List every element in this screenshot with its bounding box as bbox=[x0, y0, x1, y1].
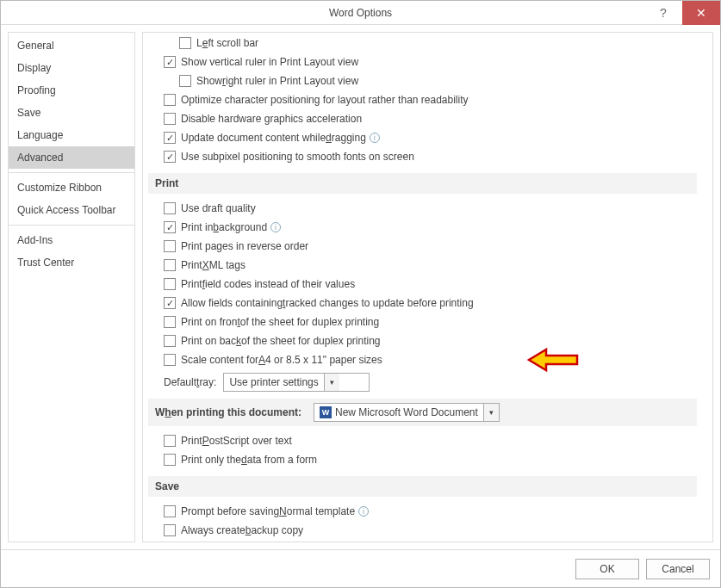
opt-label: Show right ruler in Print Layout view bbox=[196, 75, 358, 87]
checkbox[interactable] bbox=[164, 113, 176, 125]
checkbox[interactable] bbox=[164, 435, 176, 447]
default-tray-row: Default tray: Use printer settings ▾ bbox=[148, 373, 697, 392]
opt-label: Use draft quality bbox=[181, 202, 256, 214]
opt-label: Prompt before saving Normal template bbox=[181, 505, 355, 517]
default-tray-label: Default tray: bbox=[164, 376, 216, 388]
dialog-title: Word Options bbox=[329, 7, 392, 19]
checkbox[interactable] bbox=[164, 94, 176, 106]
checkbox[interactable]: ✓ bbox=[164, 56, 176, 68]
opt-label: Print on front of the sheet for duplex p… bbox=[181, 316, 379, 328]
section-when-printing: When printing this document: W New Micro… bbox=[148, 399, 697, 426]
svg-marker-0 bbox=[529, 350, 577, 370]
sidebar-item-save[interactable]: Save bbox=[9, 102, 134, 124]
dialog-footer: OK Cancel bbox=[1, 549, 720, 587]
opt-vertical-ruler[interactable]: ✓ Show vertical ruler in Print Layout vi… bbox=[148, 53, 697, 71]
opt-label: Print PostScript over text bbox=[181, 435, 292, 447]
checkbox[interactable] bbox=[164, 202, 176, 214]
sidebar-item-add-ins[interactable]: Add-Ins bbox=[9, 229, 134, 251]
opt-label: Print on back of the sheet for duplex pr… bbox=[181, 335, 380, 347]
opt-update-drag[interactable]: ✓ Update document content while dragging… bbox=[148, 128, 697, 147]
sidebar-separator bbox=[9, 172, 134, 173]
opt-print-form-data[interactable]: Print only the data from a form bbox=[148, 450, 697, 469]
opt-copy-remote[interactable]: Copy remotely stored files onto your com… bbox=[148, 540, 697, 542]
checkbox[interactable]: ✓ bbox=[164, 297, 176, 309]
opt-label: Always create backup copy bbox=[181, 524, 303, 536]
opt-label: Print only the data from a form bbox=[181, 454, 317, 466]
opt-label: Disable hardware graphics acceleration bbox=[181, 113, 362, 125]
opt-optimize-char[interactable]: Optimize character positioning for layou… bbox=[148, 90, 697, 109]
sidebar-item-general[interactable]: General bbox=[9, 34, 134, 57]
opt-label: Left scroll bar bbox=[196, 37, 258, 49]
checkbox[interactable] bbox=[164, 354, 176, 366]
info-icon[interactable]: i bbox=[358, 506, 369, 517]
checkbox[interactable] bbox=[164, 259, 176, 271]
opt-field-codes[interactable]: Print field codes instead of their value… bbox=[148, 275, 697, 294]
checkbox[interactable]: ✓ bbox=[164, 221, 176, 233]
opt-print-front[interactable]: Print on front of the sheet for duplex p… bbox=[148, 313, 697, 331]
close-button[interactable]: ✕ bbox=[682, 1, 720, 25]
checkbox[interactable] bbox=[164, 454, 176, 466]
sidebar-item-trust-center[interactable]: Trust Center bbox=[9, 251, 134, 274]
checkbox[interactable] bbox=[164, 505, 176, 517]
ok-button[interactable]: OK bbox=[575, 559, 639, 579]
opt-label: Print XML tags bbox=[181, 259, 246, 271]
document-dropdown-value: New Microsoft Word Document bbox=[335, 406, 478, 418]
word-icon: W bbox=[320, 406, 332, 418]
sidebar-item-display[interactable]: Display bbox=[9, 57, 134, 79]
opt-left-scroll-bar[interactable]: Left scroll bar bbox=[148, 34, 697, 53]
opt-prompt-normal[interactable]: Prompt before saving Normal template i bbox=[148, 502, 697, 521]
opt-tracked-fields[interactable]: ✓ Allow fields containing tracked change… bbox=[148, 294, 697, 313]
opt-disable-hw[interactable]: Disable hardware graphics acceleration bbox=[148, 109, 697, 128]
info-icon[interactable]: i bbox=[270, 222, 281, 232]
default-tray-dropdown[interactable]: Use printer settings ▾ bbox=[223, 373, 370, 392]
opt-label: Optimize character positioning for layou… bbox=[181, 94, 469, 106]
opt-label: Print pages in reverse order bbox=[181, 240, 308, 252]
help-button[interactable]: ? bbox=[644, 1, 682, 25]
opt-label: Print in background bbox=[181, 221, 267, 233]
opt-scale-a4[interactable]: Scale content for A4 or 8.5 x 11" paper … bbox=[148, 350, 697, 369]
when-printing-label: When printing this document: bbox=[155, 406, 301, 418]
chevron-down-icon: ▾ bbox=[483, 404, 499, 421]
default-tray-value: Use printer settings bbox=[229, 376, 318, 388]
sidebar-item-advanced[interactable]: Advanced bbox=[9, 146, 134, 169]
opt-print-background[interactable]: ✓ Print in background i bbox=[148, 218, 697, 237]
checkbox[interactable] bbox=[164, 524, 176, 536]
checkbox[interactable] bbox=[179, 37, 191, 49]
opt-print-xml[interactable]: Print XML tags bbox=[148, 256, 697, 275]
dialog-body: GeneralDisplayProofingSaveLanguageAdvanc… bbox=[1, 25, 720, 549]
checkbox[interactable] bbox=[164, 278, 176, 290]
sidebar-item-language[interactable]: Language bbox=[9, 124, 134, 146]
checkbox[interactable] bbox=[164, 240, 176, 252]
opt-right-ruler[interactable]: Show right ruler in Print Layout view bbox=[148, 71, 697, 90]
highlight-arrow-icon bbox=[527, 347, 581, 373]
checkbox[interactable] bbox=[164, 316, 176, 328]
opt-postscript[interactable]: Print PostScript over text bbox=[148, 431, 697, 450]
opt-backup-copy[interactable]: Always create backup copy bbox=[148, 521, 697, 540]
checkbox[interactable] bbox=[164, 335, 176, 347]
sidebar-item-proofing[interactable]: Proofing bbox=[9, 79, 134, 102]
info-icon[interactable]: i bbox=[370, 133, 380, 143]
document-dropdown[interactable]: W New Microsoft Word Document ▾ bbox=[314, 403, 500, 422]
checkbox[interactable]: ✓ bbox=[164, 151, 176, 163]
section-save: Save bbox=[148, 476, 697, 497]
sidebar-separator bbox=[9, 225, 134, 226]
opt-label: Update document content while dragging bbox=[181, 132, 366, 144]
opt-label: Show vertical ruler in Print Layout view bbox=[181, 56, 358, 68]
opt-label: Use subpixel positioning to smooth fonts… bbox=[181, 151, 414, 163]
opt-label: Scale content for A4 or 8.5 x 11" paper … bbox=[181, 354, 382, 366]
opt-draft-quality[interactable]: Use draft quality bbox=[148, 199, 697, 218]
titlebar: Word Options ? ✕ bbox=[1, 1, 720, 25]
sidebar-item-customize-ribbon[interactable]: Customize Ribbon bbox=[9, 176, 134, 199]
content-panel: Left scroll bar ✓ Show vertical ruler in… bbox=[142, 32, 713, 542]
titlebar-controls: ? ✕ bbox=[644, 1, 720, 24]
sidebar-item-quick-access-toolbar[interactable]: Quick Access Toolbar bbox=[9, 199, 134, 221]
opt-label: Print field codes instead of their value… bbox=[181, 278, 355, 290]
checkbox[interactable]: ✓ bbox=[164, 132, 176, 144]
opt-label: Allow fields containing tracked changes … bbox=[181, 297, 474, 309]
checkbox[interactable] bbox=[179, 75, 191, 87]
cancel-button[interactable]: Cancel bbox=[646, 559, 710, 579]
opt-print-back[interactable]: Print on back of the sheet for duplex pr… bbox=[148, 331, 697, 350]
opt-subpixel[interactable]: ✓ Use subpixel positioning to smooth fon… bbox=[148, 147, 697, 166]
content-scroll[interactable]: Left scroll bar ✓ Show vertical ruler in… bbox=[143, 33, 712, 542]
opt-reverse-order[interactable]: Print pages in reverse order bbox=[148, 237, 697, 256]
